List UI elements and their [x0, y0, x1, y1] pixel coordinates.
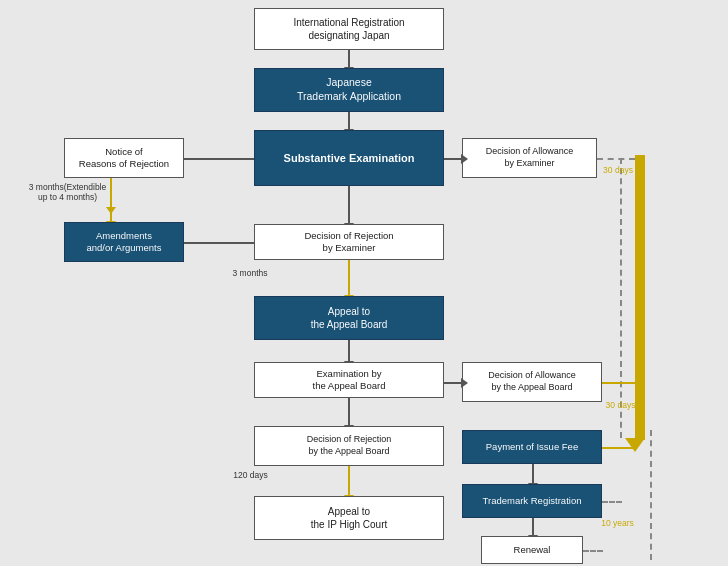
arrow-gold-to-amendments [110, 208, 112, 222]
label-120days: 120 days [218, 470, 283, 480]
label-3months: 3 months [220, 268, 280, 278]
box-appeal-board: Appeal tothe Appeal Board [254, 296, 444, 340]
arrow-payment-to-reg [532, 464, 534, 484]
gold-h-to-payment [602, 447, 636, 449]
box-exam-appeal: Examination bythe Appeal Board [254, 362, 444, 398]
arrow-reg-to-renewal [532, 518, 534, 536]
dashed-allow-exam-right [597, 158, 635, 160]
box-decision-allow-appeal: Decision of Allowanceby the Appeal Board [462, 362, 602, 402]
box-decision-reject-exam: Decision of Rejectionby Examiner [254, 224, 444, 260]
gold-arrow-right-bar [635, 155, 645, 440]
arrow-gold-to-appeal [348, 260, 350, 296]
dashed-renewal [583, 550, 603, 552]
dashed-reg [602, 501, 622, 503]
arrow-appeal-to-exam-appeal [348, 340, 350, 362]
box-decision-reject-appeal: Decision of Rejectionby the Appeal Board [254, 426, 444, 466]
line-amendments-to-exam-h [184, 242, 254, 244]
box-trademark-reg: Trademark Registration [462, 484, 602, 518]
box-intl-reg: International Registrationdesignating Ja… [254, 8, 444, 50]
arrow-exam-appeal-to-allow [444, 382, 462, 384]
box-notice-rejection: Notice ofReasons of Rejection [64, 138, 184, 178]
arrow-gold-to-high-court [348, 466, 350, 496]
box-renewal: Renewal [481, 536, 583, 564]
arrow-exam-to-reject [348, 186, 350, 224]
box-appeal-high: Appeal tothe IP High Court [254, 496, 444, 540]
arrow-exam-to-allow-exam [444, 158, 462, 160]
arrow-intl-to-jta [348, 50, 350, 68]
gold-arrow-tip-right [625, 438, 645, 452]
diagram-container: International Registrationdesignating Ja… [0, 0, 728, 566]
arrow-jta-to-exam [348, 112, 350, 130]
arrow-exam-appeal-to-reject [348, 398, 350, 426]
dashed-right-2 [650, 430, 652, 560]
box-subst-exam: Substantive Examination [254, 130, 444, 186]
box-jta: JapaneseTrademark Application [254, 68, 444, 112]
label-3months-ext: 3 months(Extendibleup to 4 months) [20, 182, 115, 202]
box-decision-allow-exam: Decision of Allowanceby Examiner [462, 138, 597, 178]
box-amendments: Amendmentsand/or Arguments [64, 222, 184, 262]
label-30days-exam: 30 days [598, 165, 638, 175]
box-payment: Payment of Issue Fee [462, 430, 602, 464]
gold-h-to-allow-board [602, 382, 635, 384]
dashed-right-1 [620, 158, 622, 438]
label-10years: 10 years [595, 518, 640, 528]
